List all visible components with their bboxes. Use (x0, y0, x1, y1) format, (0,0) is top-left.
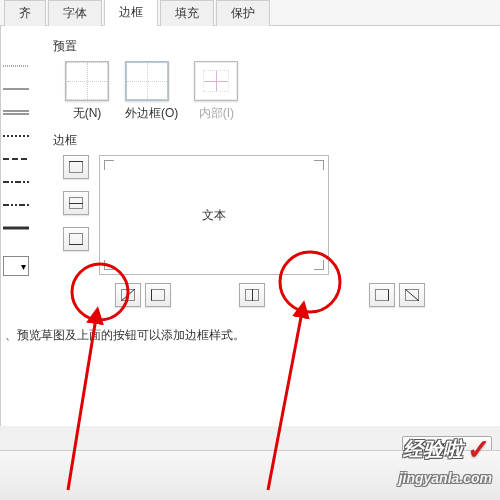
corner-icon (314, 160, 324, 170)
tab-protect[interactable]: 保护 (216, 0, 270, 26)
corner-icon (104, 160, 114, 170)
preset-none[interactable] (65, 61, 109, 101)
tab-bar: 齐 字体 边框 填充 保护 (0, 0, 500, 26)
preset-inside-label: 内部(I) (194, 105, 238, 122)
footer-bar (0, 450, 500, 500)
preset-none-label: 无(N) (65, 105, 109, 122)
border-label: 边框 (53, 132, 500, 149)
corner-icon (104, 260, 114, 270)
chevron-down-icon: ▾ (21, 261, 26, 272)
border-vertical-button[interactable] (239, 283, 265, 307)
border-bottom-button[interactable] (63, 227, 89, 251)
preset-outline[interactable] (125, 61, 169, 101)
preset-inside-icon (203, 70, 229, 92)
border-left-button[interactable] (145, 283, 171, 307)
border-panel: ▾ 预置 无(N) 外边框(O) 内部 (0, 26, 500, 426)
hint-text: 、预览草图及上面的按钮可以添加边框样式。 (5, 327, 500, 344)
svg-line-10 (121, 289, 135, 301)
line-color-combo[interactable]: ▾ (3, 256, 29, 276)
preset-row: 无(N) 外边框(O) 内部(I) (65, 61, 500, 122)
border-middle-button[interactable] (63, 191, 89, 215)
border-diag-down-button[interactable] (399, 283, 425, 307)
svg-line-12 (405, 289, 419, 301)
tab-fill[interactable]: 填充 (160, 0, 214, 26)
border-diag-up-button[interactable] (115, 283, 141, 307)
preview-text: 文本 (202, 207, 226, 224)
border-preview: 文本 (99, 155, 329, 275)
preset-outline-icon (126, 62, 168, 100)
preset-label: 预置 (53, 38, 500, 55)
tab-border[interactable]: 边框 (104, 0, 158, 26)
tab-align[interactable]: 齐 (4, 0, 46, 26)
line-style-list[interactable] (1, 56, 31, 241)
preset-outline-label: 外边框(O) (125, 105, 178, 122)
preset-inside[interactable] (194, 61, 238, 101)
tab-font[interactable]: 字体 (48, 0, 102, 26)
corner-icon (314, 260, 324, 270)
border-right-button[interactable] (369, 283, 395, 307)
preset-none-icon (66, 62, 108, 100)
border-top-button[interactable] (63, 155, 89, 179)
border-area: 文本 (53, 155, 500, 307)
